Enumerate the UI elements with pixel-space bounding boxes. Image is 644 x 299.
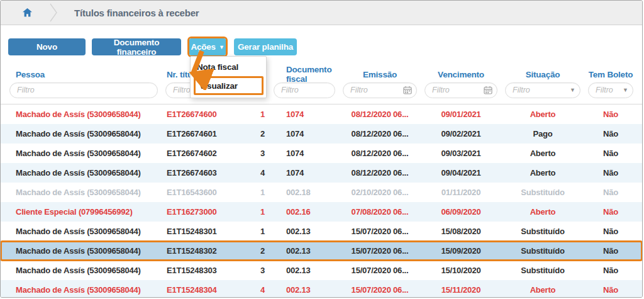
cell-vencimento: 15/08/2020 xyxy=(421,227,501,236)
cell-emissao: 02/10/2020 06... xyxy=(339,188,421,197)
acoes-button-label: Ações xyxy=(191,42,216,52)
table-row[interactable]: Machado de Assís (53009658044)E1T1524830… xyxy=(1,222,642,241)
cell-vencimento: 09/03/2021 xyxy=(421,149,501,158)
table-row[interactable]: Machado de Assís (53009658044)E1T2667460… xyxy=(1,144,642,163)
filter-documento-fiscal-input[interactable] xyxy=(274,82,335,98)
cell-parcela: 1 xyxy=(235,188,270,197)
filter-cell xyxy=(339,82,421,98)
cell-emissao: 15/07/2020 06... xyxy=(339,266,421,275)
table-row[interactable]: Machado de Assís (53009658044)E1T2667460… xyxy=(1,104,642,124)
column-header-documento-fiscal[interactable]: Documento fiscal xyxy=(270,65,339,84)
cell-tem-boleto: Não xyxy=(584,266,637,275)
cell-vencimento: 15/11/2020 xyxy=(421,285,501,295)
home-icon[interactable] xyxy=(22,8,33,18)
cell-documento-fiscal: 1074 xyxy=(270,168,339,178)
cell-parcela: 1 xyxy=(235,110,270,119)
cell-situacao: Substituído xyxy=(501,188,584,197)
filter-cell xyxy=(421,82,501,98)
acoes-highlight-box: Ações ▼ xyxy=(187,37,228,57)
cell-pessoa: Machado de Assís (53009658044) xyxy=(6,266,162,275)
cell-parcela: 4 xyxy=(235,168,270,178)
cell-emissao: 08/12/2020 06... xyxy=(339,149,421,158)
table-body: Machado de Assís (53009658044)E1T2667460… xyxy=(1,104,642,298)
cell-parcela: 1 xyxy=(235,227,270,236)
cell-pessoa: Machado de Assís (53009658044) xyxy=(6,110,162,119)
cell-nr-titulo: E1T15248302 xyxy=(162,246,235,256)
cell-emissao: 15/07/2020 06... xyxy=(339,246,421,256)
cell-documento-fiscal: 1074 xyxy=(270,110,339,119)
cell-tem-boleto: Não xyxy=(584,110,637,119)
cell-vencimento: 15/09/2020 xyxy=(421,246,501,256)
acoes-dropdown-menu: Nota fiscal Visualizar xyxy=(190,56,267,98)
page-title: Títulos financeiros à receber xyxy=(74,8,199,18)
cell-tem-boleto: Não xyxy=(584,149,637,158)
cell-documento-fiscal: 002.13 xyxy=(270,285,339,295)
menu-item-visualizar[interactable]: Visualizar xyxy=(194,76,264,95)
table-row[interactable]: Machado de Assís (53009658044)E1T1524830… xyxy=(1,280,642,298)
acoes-button[interactable]: Ações ▼ xyxy=(189,38,226,55)
cell-vencimento: 09/04/2021 xyxy=(421,168,501,178)
cell-situacao: Substituído xyxy=(501,266,584,275)
column-header-pessoa[interactable]: Pessoa xyxy=(6,70,162,79)
table-header-row: Pessoa Nr. título Parcela Documento fisc… xyxy=(1,65,642,77)
filter-vencimento-input[interactable] xyxy=(425,82,497,98)
cell-situacao: Substituído xyxy=(501,246,584,256)
cell-vencimento: 15/10/2020 xyxy=(421,266,501,275)
cell-emissao: 07/08/2020 06... xyxy=(339,207,421,217)
cell-nr-titulo: E1T15248301 xyxy=(162,227,235,236)
cell-emissao: 08/12/2020 06... xyxy=(339,168,421,178)
cell-pessoa: Cliente Especial (07996456992) xyxy=(6,207,162,217)
cell-situacao: Aberto xyxy=(501,285,584,295)
breadcrumb: Títulos financeiros à receber xyxy=(1,1,642,25)
table-row[interactable]: Cliente Especial (07996456992)E1T1627300… xyxy=(1,202,642,222)
column-header-situacao[interactable]: Situação xyxy=(501,70,584,79)
app-window: Títulos financeiros à receber Novo Docum… xyxy=(0,0,643,298)
cell-tem-boleto: Não xyxy=(584,285,637,295)
table-row[interactable]: Machado de Assís (53009658044)E1T1524830… xyxy=(1,241,642,261)
column-header-vencimento[interactable]: Vencimento xyxy=(421,70,501,79)
cell-nr-titulo: E1T26674603 xyxy=(162,168,235,178)
cell-documento-fiscal: 002.16 xyxy=(270,207,339,217)
cell-pessoa: Machado de Assís (53009658044) xyxy=(6,246,162,256)
filter-cell: ▼ xyxy=(584,82,637,98)
cell-parcela: 2 xyxy=(235,129,270,138)
filter-emissao-input[interactable] xyxy=(343,82,417,98)
column-header-tem-boleto[interactable]: Tem Boleto xyxy=(584,70,637,79)
cell-parcela: 3 xyxy=(235,266,270,275)
breadcrumb-chevron-icon xyxy=(49,3,58,23)
cell-vencimento: 09/01/2021 xyxy=(421,110,501,119)
cell-documento-fiscal: 002.13 xyxy=(270,227,339,236)
cell-vencimento: 06/09/2020 xyxy=(421,207,501,217)
cell-vencimento: 01/11/2020 xyxy=(421,188,501,197)
toolbar: Novo Documento financeiro Ações ▼ Gerar … xyxy=(1,25,642,57)
cell-parcela: 1 xyxy=(235,207,270,217)
documento-financeiro-button[interactable]: Documento financeiro xyxy=(92,38,181,55)
filter-tem-boleto-select[interactable] xyxy=(588,82,633,98)
filter-cell xyxy=(270,82,339,98)
cell-tem-boleto: Não xyxy=(584,188,637,197)
column-header-emissao[interactable]: Emissão xyxy=(339,70,421,79)
novo-button[interactable]: Novo xyxy=(8,38,86,55)
table-row[interactable]: Machado de Assís (53009658044)E1T1654360… xyxy=(1,183,642,202)
filter-cell xyxy=(6,82,162,98)
filter-pessoa-input[interactable] xyxy=(9,82,158,98)
table-row[interactable]: Machado de Assís (53009658044)E1T2667460… xyxy=(1,163,642,183)
menu-item-nota-fiscal[interactable]: Nota fiscal xyxy=(191,58,266,76)
cell-emissao: 15/07/2020 06... xyxy=(339,285,421,295)
cell-nr-titulo: E1T26674602 xyxy=(162,149,235,158)
cell-parcela: 4 xyxy=(235,285,270,295)
filter-cell: ▼ xyxy=(501,82,584,98)
cell-documento-fiscal: 1074 xyxy=(270,129,339,138)
cell-nr-titulo: E1T15248303 xyxy=(162,266,235,275)
cell-pessoa: Machado de Assís (53009658044) xyxy=(6,285,162,295)
cell-nr-titulo: E1T16543600 xyxy=(162,188,235,197)
cell-emissao: 08/12/2020 06... xyxy=(339,129,421,138)
cell-situacao: Aberto xyxy=(501,110,584,119)
gerar-planilha-button[interactable]: Gerar planilha xyxy=(234,38,297,55)
cell-situacao: Aberto xyxy=(501,149,584,158)
filter-situacao-select[interactable] xyxy=(505,82,580,98)
cell-documento-fiscal: 1074 xyxy=(270,149,339,158)
table-row[interactable]: Machado de Assís (53009658044)E1T2667460… xyxy=(1,124,642,144)
cell-documento-fiscal: 002.13 xyxy=(270,246,339,256)
table-row[interactable]: Machado de Assís (53009658044)E1T1524830… xyxy=(1,261,642,280)
